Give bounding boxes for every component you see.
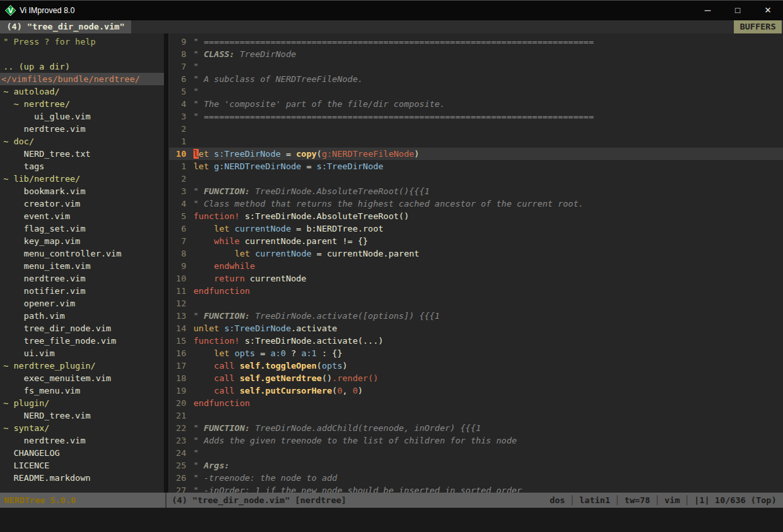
tree-file-item[interactable]: LICENCE (0, 459, 164, 472)
code-line[interactable]: 6" A subclass of NERDTreeFileNode. (169, 73, 783, 85)
code-line[interactable]: 7" (169, 60, 783, 73)
nerdtree-up-dir[interactable]: .. (up a dir) (0, 60, 164, 73)
line-number: 20 (169, 397, 186, 409)
editor-panel: 9" =====================================… (169, 33, 783, 493)
buffer-tab[interactable]: (4) "tree_dir_node.vim" (0, 20, 131, 33)
tree-file-item[interactable]: menu_controller.vim (0, 247, 164, 260)
code-line[interactable]: 8 let currentNode = currentNode.parent (169, 247, 783, 260)
code-line[interactable]: 26" -treenode: the node to add (169, 472, 783, 484)
code-line[interactable]: 16 let opts = a:0 ? a:1 : {} (169, 347, 783, 359)
tree-file-item[interactable]: menu_item.vim (0, 260, 164, 272)
window-separator[interactable] (164, 33, 169, 493)
code-token: TreeDirNode (235, 49, 296, 59)
statusline-window-number: |1| (694, 495, 710, 505)
code-line[interactable]: 23" Adds the given treenode to the list … (169, 434, 783, 447)
tree-dir-item[interactable]: ~ nerdtree_plugin/ (0, 359, 164, 372)
tree-file-item[interactable]: CHANGELOG (0, 447, 164, 459)
code-line[interactable]: 8" CLASS: TreeDirNode (169, 48, 783, 60)
tree-file-item[interactable]: opener.vim (0, 297, 164, 310)
code-line[interactable]: 5function! s:TreeDirNode.AbsoluteTreeRoo… (169, 210, 783, 222)
tree-file-item[interactable]: nerdtree.vim (0, 272, 164, 285)
code-token: s:TreeDirNode (317, 161, 384, 171)
tree-dir-item[interactable]: ~ autoload/ (0, 85, 164, 98)
tree-file-item[interactable]: tags (0, 160, 164, 173)
statusline-separator: │ (610, 495, 624, 505)
nerdtree-root[interactable]: </vimfiles/bundle/nerdtree/ (0, 73, 164, 85)
code-line[interactable]: 20endfunction (169, 397, 783, 409)
code-line[interactable]: 4" Class method that returns the highest… (169, 197, 783, 210)
code-line[interactable]: 13" FUNCTION: TreeDirNode.activate([opti… (169, 310, 783, 322)
tree-dir-item[interactable]: ~ nerdtree/ (0, 98, 164, 110)
tree-file-item[interactable]: key_map.vim (0, 235, 164, 247)
line-number: 19 (169, 384, 186, 397)
tree-file-item[interactable]: bookmark.vim (0, 185, 164, 197)
code-token: " A subclass of NERDTreeFileNode. (193, 74, 363, 84)
tree-file-item[interactable]: tree_dir_node.vim (0, 322, 164, 335)
buffers-label[interactable]: BUFFERS (734, 20, 782, 33)
code-token: self.getNerdtree (239, 373, 321, 383)
tree-file-item[interactable]: nerdtree.vim (0, 434, 164, 447)
code-line[interactable]: 1let g:NERDTreeDirNode = s:TreeDirNode (169, 160, 783, 173)
code-token: self.putCursorHere (239, 386, 332, 396)
code-line[interactable]: 24" (169, 447, 783, 459)
code-token: function! (193, 336, 239, 346)
code-line[interactable]: 27" -inOrder: 1 if the new node should b… (169, 484, 783, 493)
code-line[interactable]: 11endfunction (169, 285, 783, 297)
tree-file-item[interactable]: event.vim (0, 210, 164, 222)
tree-file-item[interactable]: ui.vim (0, 347, 164, 359)
code-text: endwhile (193, 260, 255, 272)
tree-dir-item[interactable]: ~ lib/nerdtree/ (0, 173, 164, 185)
code-line[interactable]: 15function! s:TreeDirNode.activate(...) (169, 335, 783, 347)
code-line[interactable]: 12 (169, 297, 783, 310)
command-line[interactable] (0, 508, 783, 532)
code-text: " Class method that returns the highest … (193, 197, 584, 210)
tree-file-item[interactable]: NERD_tree.vim (0, 409, 164, 422)
tree-file-item[interactable]: exec_menuitem.vim (0, 372, 164, 384)
tree-file-item[interactable]: nerdtree.vim (0, 123, 164, 135)
code-line[interactable]: 14unlet s:TreeDirNode.activate (169, 322, 783, 335)
tree-file-item[interactable]: NERD_tree.txt (0, 148, 164, 160)
code-line[interactable]: 2 (169, 173, 783, 185)
code-line[interactable]: 9 endwhile (169, 260, 783, 272)
tree-file-item[interactable]: ui_glue.vim (0, 110, 164, 123)
code-line[interactable]: 2 (169, 123, 783, 135)
nerdtree-panel: " Press ? for help.. (up a dir)</vimfile… (0, 33, 164, 493)
code-line[interactable]: 1 (169, 135, 783, 148)
code-line[interactable]: 19 call self.putCursorHere(0, 0) (169, 384, 783, 397)
code-line[interactable]: 7 while currentNode.parent != {} (169, 235, 783, 247)
code-line[interactable]: 3" =====================================… (169, 110, 783, 123)
code-line[interactable]: 10 return currentNode (169, 272, 783, 285)
code-line[interactable]: 3" FUNCTION: TreeDirNode.AbsoluteTreeRoo… (169, 185, 783, 197)
code-line[interactable]: 22" FUNCTION: TreeDirNode.addChild(treen… (169, 422, 783, 434)
code-line[interactable]: 5" (169, 85, 783, 98)
code-token: call (214, 361, 234, 371)
tree-file-item[interactable]: notifier.vim (0, 285, 164, 297)
maximize-button[interactable]: □ (723, 1, 753, 20)
code-token: s:TreeDirNode.AbsoluteTreeRoot() (239, 211, 409, 221)
line-number: 24 (169, 447, 186, 459)
tree-dir-item[interactable]: ~ doc/ (0, 135, 164, 148)
close-button[interactable]: ✕ (753, 1, 783, 20)
code-line[interactable]: 4" The 'composite' part of the file/dir … (169, 98, 783, 110)
tree-file-item[interactable]: creator.vim (0, 197, 164, 210)
tree-file-item[interactable]: tree_file_node.vim (0, 335, 164, 347)
code-line[interactable]: 6 let currentNode = b:NERDTree.root (169, 222, 783, 235)
minimize-button[interactable]: ─ (693, 1, 723, 20)
nerdtree-help[interactable]: " Press ? for help (0, 35, 164, 48)
code-line[interactable]: 10let s:TreeDirNode = copy(g:NERDTreeFil… (169, 148, 783, 160)
code-line[interactable]: 17 call self.toggleOpen(opts) (169, 359, 783, 372)
code-line[interactable]: 21 (169, 409, 783, 422)
code-text: endfunction (193, 285, 250, 297)
tree-file-item[interactable]: flag_set.vim (0, 222, 164, 235)
code-line[interactable]: 9" =====================================… (169, 35, 783, 48)
tree-file-item[interactable]: README.markdown (0, 472, 164, 484)
code-line[interactable]: 25" Args: (169, 459, 783, 472)
tree-file-item[interactable]: path.vim (0, 310, 164, 322)
code-text: let g:NERDTreeDirNode = s:TreeDirNode (193, 160, 384, 173)
code-token: s:TreeDirNode.activate(...) (239, 336, 383, 346)
tree-dir-item[interactable]: ~ syntax/ (0, 422, 164, 434)
tree-dir-item[interactable]: ~ plugin/ (0, 397, 164, 409)
code-line[interactable]: 18 call self.getNerdtree().render() (169, 372, 783, 384)
tree-file-item[interactable]: fs_menu.vim (0, 384, 164, 397)
code-token: currentNode (245, 274, 306, 283)
